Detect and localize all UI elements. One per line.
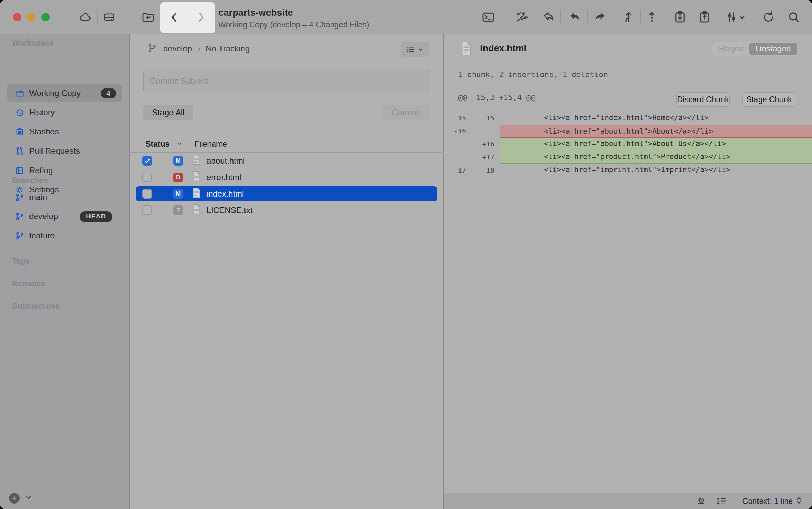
repo-folder-icon[interactable]	[141, 10, 156, 24]
discard-chunk-button[interactable]: Discard Chunk	[676, 92, 730, 107]
minimize-window-button[interactable]	[27, 13, 35, 21]
merge-up-icon[interactable]	[621, 10, 635, 24]
sidebar-section-remotes[interactable]: Remotes	[12, 279, 45, 288]
sidebar-item-branch-feature[interactable]: feature	[0, 227, 130, 245]
sidebar-footer	[0, 490, 130, 506]
stage-all-button[interactable]: Stage All	[143, 105, 193, 120]
cloud-icon[interactable]	[79, 10, 92, 24]
branch-icon	[15, 231, 24, 240]
stage-chunk-button[interactable]: Stage Chunk	[742, 92, 796, 107]
diff-panel: index.html Staged Unstaged 1 chunk, 2 in…	[444, 34, 812, 509]
push-icon[interactable]	[593, 10, 607, 24]
terminal-icon[interactable]	[481, 10, 495, 24]
chunk-header-bar: @@ -15,3 +15,4 @@ Discard Chunk Stage Ch…	[444, 86, 812, 109]
sort-chevron-icon[interactable]	[177, 141, 182, 148]
diff-code-view: 15 15 <li><a href="index.html">Home</a><…	[444, 109, 812, 177]
stage-checkbox-checked[interactable]	[142, 156, 152, 166]
toolbar-separator	[640, 10, 641, 25]
diff-line-insertion: +17 <li><a href="product.html">Product</…	[444, 151, 812, 164]
ignore-whitespace-icon[interactable]	[696, 496, 706, 506]
changed-files-count-badge: 4	[101, 88, 116, 98]
pull-icon[interactable]	[568, 10, 582, 24]
context-stepper-icon[interactable]	[796, 496, 802, 507]
sidebar-item-pull-requests[interactable]: Pull Requests	[0, 142, 130, 160]
close-window-button[interactable]	[13, 13, 21, 21]
add-repository-chevron[interactable]	[24, 493, 33, 503]
file-row-index-selected[interactable]: M index.html	[136, 186, 437, 201]
old-line-number: 17	[444, 164, 471, 177]
stage-checkbox[interactable]	[142, 189, 152, 199]
diff-line-context: 15 15 <li><a href="index.html">Home</a><…	[444, 111, 812, 125]
sidebar-section-tags[interactable]: Tags	[12, 257, 30, 266]
file-row-license[interactable]: ? LICENSE.txt	[130, 202, 444, 218]
chunk-range: @@ -15,3 +15,4 @@	[458, 93, 535, 102]
forward-arrow-icon[interactable]	[194, 11, 207, 24]
commit-button[interactable]: Commit	[383, 105, 429, 120]
sidebar-item-stashes[interactable]: Stashes	[0, 123, 130, 141]
refresh-icon[interactable]	[762, 10, 775, 24]
branch-breadcrumb-bar: develop › No Tracking	[130, 34, 444, 63]
toolbar-separator	[587, 10, 588, 25]
pull-request-icon	[15, 146, 24, 156]
sidebar-item-label: Stashes	[29, 127, 59, 137]
new-line-number: +17	[471, 151, 500, 164]
undo-icon[interactable]	[542, 10, 556, 24]
sidebar-item-history[interactable]: History	[0, 104, 130, 121]
stage-checkbox[interactable]	[142, 205, 152, 215]
file-list: M about.html D error.html M	[130, 153, 444, 218]
sidebar-item-branch-main[interactable]: main	[0, 188, 130, 206]
sidebar-item-branch-develop[interactable]: develop HEAD	[0, 208, 130, 225]
filename: about.html	[206, 156, 245, 166]
code-text: <li><a href="imprint.html">Imprint</a></…	[500, 164, 812, 177]
toolbar-separator	[692, 10, 692, 25]
commit-subject-input[interactable]	[143, 70, 429, 92]
context-lines-label[interactable]: Context: 1 line	[742, 497, 793, 506]
magic-wand-icon[interactable]	[515, 10, 528, 24]
add-repository-button[interactable]	[9, 493, 20, 504]
drive-icon[interactable]	[102, 10, 116, 24]
branch-icon	[147, 43, 157, 54]
diff-summary: 1 chunk, 2 insertions, 1 deletion	[458, 70, 608, 79]
column-status[interactable]: Status	[145, 140, 169, 149]
statusbar-separator	[735, 493, 735, 509]
sidebar-item-label: Pull Requests	[29, 146, 80, 156]
view-options-button[interactable]	[401, 42, 429, 57]
breadcrumb-tracking[interactable]: No Tracking	[206, 44, 250, 54]
new-line-number: 15	[471, 111, 500, 125]
old-line-number: 15	[444, 111, 471, 125]
column-divider	[190, 138, 190, 151]
unstaged-tab[interactable]: Unstaged	[749, 43, 797, 55]
repo-subtitle: Working Copy (develop – 4 Changed Files)	[218, 20, 369, 29]
diff-summary-row: 1 chunk, 2 insertions, 1 deletion	[444, 63, 812, 86]
staged-tab[interactable]: Staged	[713, 43, 749, 55]
file-icon	[192, 204, 201, 217]
stash-save-icon[interactable]	[673, 10, 687, 24]
branch-icon	[15, 212, 24, 221]
filename: error.html	[206, 173, 241, 182]
old-line-number	[444, 138, 471, 151]
breadcrumb-chevron: ›	[198, 44, 200, 54]
filters-icon[interactable]	[725, 10, 746, 24]
zoom-window-button[interactable]	[41, 13, 50, 21]
back-arrow-icon[interactable]	[168, 11, 181, 24]
stash-apply-icon[interactable]	[697, 10, 712, 24]
repo-title: carparts-website	[218, 8, 369, 18]
column-filename[interactable]: Filename	[194, 140, 227, 149]
file-icon	[192, 171, 201, 184]
file-row-about[interactable]: M about.html	[130, 153, 444, 169]
fetch-dashed-arrow-icon[interactable]	[645, 10, 659, 24]
status-badge-untracked: ?	[173, 205, 183, 215]
search-icon[interactable]	[787, 10, 801, 24]
stage-checkbox[interactable]	[142, 173, 152, 182]
toolbar-separator	[560, 10, 561, 25]
diff-filename: index.html	[480, 43, 526, 54]
sidebar-section-submodules[interactable]: Submodules	[12, 301, 59, 311]
breadcrumb-branch[interactable]: develop	[163, 44, 192, 54]
stashes-icon	[15, 127, 24, 137]
sidebar-section-workspace: Workspace	[12, 38, 54, 48]
file-row-error[interactable]: D error.html	[130, 169, 444, 186]
status-badge-deleted: D	[173, 173, 183, 182]
diff-line-context: 17 18 <li><a href="imprint.html">Imprint…	[444, 164, 812, 177]
sidebar-item-working-copy[interactable]: Working Copy 4	[0, 84, 130, 102]
line-spacing-icon[interactable]	[715, 496, 727, 506]
